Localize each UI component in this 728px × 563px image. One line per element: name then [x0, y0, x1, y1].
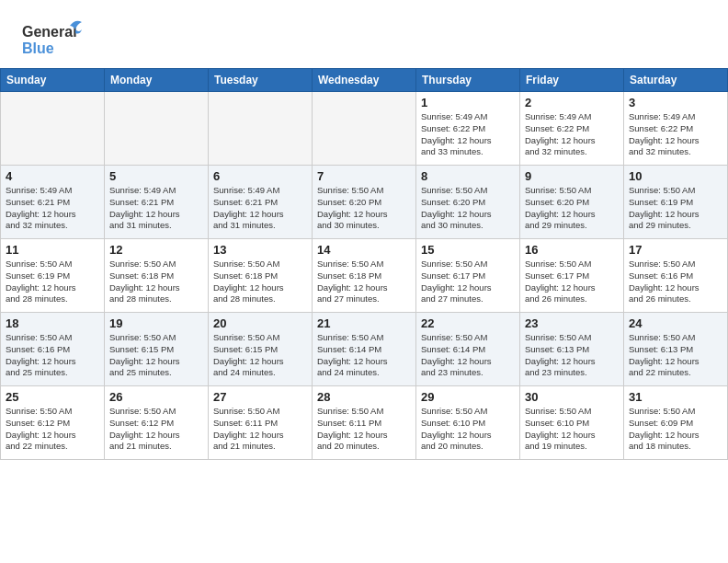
- day-number: 27: [213, 390, 307, 404]
- calendar-cell: 11Sunrise: 5:50 AM Sunset: 6:19 PM Dayli…: [1, 239, 105, 313]
- day-number: 25: [6, 390, 99, 404]
- calendar-cell: 31Sunrise: 5:50 AM Sunset: 6:09 PM Dayli…: [624, 386, 728, 460]
- day-info: Sunrise: 5:50 AM Sunset: 6:10 PM Dayligh…: [421, 406, 515, 453]
- calendar-cell: 26Sunrise: 5:50 AM Sunset: 6:12 PM Dayli…: [105, 386, 209, 460]
- day-number: 6: [213, 169, 307, 183]
- calendar-cell: 20Sunrise: 5:50 AM Sunset: 6:15 PM Dayli…: [209, 313, 313, 386]
- day-number: 17: [629, 243, 722, 257]
- calendar-cell: 24Sunrise: 5:50 AM Sunset: 6:13 PM Dayli…: [624, 313, 728, 386]
- day-info: Sunrise: 5:50 AM Sunset: 6:16 PM Dayligh…: [6, 332, 99, 379]
- day-number: 5: [109, 169, 203, 183]
- calendar-cell: 27Sunrise: 5:50 AM Sunset: 6:11 PM Dayli…: [209, 386, 313, 460]
- calendar-cell: 7Sunrise: 5:50 AM Sunset: 6:20 PM Daylig…: [313, 166, 416, 239]
- day-info: Sunrise: 5:50 AM Sunset: 6:09 PM Dayligh…: [629, 406, 722, 453]
- day-number: 30: [525, 390, 619, 404]
- day-number: 11: [6, 243, 99, 257]
- day-info: Sunrise: 5:50 AM Sunset: 6:19 PM Dayligh…: [629, 185, 722, 232]
- day-number: 9: [525, 169, 619, 183]
- calendar-cell: 18Sunrise: 5:50 AM Sunset: 6:16 PM Dayli…: [1, 313, 105, 386]
- day-info: Sunrise: 5:50 AM Sunset: 6:20 PM Dayligh…: [525, 185, 619, 232]
- day-number: 26: [109, 390, 203, 404]
- day-info: Sunrise: 5:50 AM Sunset: 6:13 PM Dayligh…: [629, 332, 722, 379]
- calendar-header-saturday: Saturday: [624, 69, 728, 92]
- calendar-cell: 2Sunrise: 5:49 AM Sunset: 6:22 PM Daylig…: [520, 92, 624, 166]
- calendar-week-row: 4Sunrise: 5:49 AM Sunset: 6:21 PM Daylig…: [1, 166, 728, 239]
- day-info: Sunrise: 5:49 AM Sunset: 6:21 PM Dayligh…: [109, 185, 203, 232]
- day-number: 3: [629, 96, 722, 109]
- calendar-week-row: 11Sunrise: 5:50 AM Sunset: 6:19 PM Dayli…: [1, 239, 728, 313]
- day-info: Sunrise: 5:49 AM Sunset: 6:21 PM Dayligh…: [213, 185, 307, 232]
- day-info: Sunrise: 5:50 AM Sunset: 6:17 PM Dayligh…: [525, 259, 619, 305]
- calendar-cell: 14Sunrise: 5:50 AM Sunset: 6:18 PM Dayli…: [313, 239, 416, 313]
- day-info: Sunrise: 5:50 AM Sunset: 6:13 PM Dayligh…: [525, 332, 619, 379]
- calendar-cell: 17Sunrise: 5:50 AM Sunset: 6:16 PM Dayli…: [624, 239, 728, 313]
- day-number: 12: [109, 243, 203, 257]
- day-info: Sunrise: 5:49 AM Sunset: 6:21 PM Dayligh…: [6, 185, 99, 232]
- day-number: 14: [317, 243, 411, 257]
- calendar-cell: [209, 92, 313, 166]
- day-number: 20: [213, 316, 307, 330]
- day-number: 4: [6, 169, 99, 183]
- calendar-cell: 6Sunrise: 5:49 AM Sunset: 6:21 PM Daylig…: [209, 166, 313, 239]
- day-info: Sunrise: 5:50 AM Sunset: 6:11 PM Dayligh…: [317, 406, 411, 453]
- day-number: 18: [6, 316, 99, 330]
- day-number: 2: [525, 96, 619, 109]
- calendar-cell: 28Sunrise: 5:50 AM Sunset: 6:11 PM Dayli…: [313, 386, 416, 460]
- day-info: Sunrise: 5:49 AM Sunset: 6:22 PM Dayligh…: [421, 111, 515, 158]
- day-number: 16: [525, 243, 619, 257]
- svg-text:Blue: Blue: [22, 40, 54, 56]
- calendar-cell: 22Sunrise: 5:50 AM Sunset: 6:14 PM Dayli…: [416, 313, 520, 386]
- day-info: Sunrise: 5:50 AM Sunset: 6:18 PM Dayligh…: [213, 259, 307, 305]
- day-number: 13: [213, 243, 307, 257]
- day-info: Sunrise: 5:50 AM Sunset: 6:15 PM Dayligh…: [213, 332, 307, 379]
- day-number: 24: [629, 316, 722, 330]
- calendar-cell: 9Sunrise: 5:50 AM Sunset: 6:20 PM Daylig…: [520, 166, 624, 239]
- calendar-table: SundayMondayTuesdayWednesdayThursdayFrid…: [0, 68, 728, 460]
- calendar-header-monday: Monday: [105, 69, 209, 92]
- day-number: 7: [317, 169, 411, 183]
- calendar-header-row: SundayMondayTuesdayWednesdayThursdayFrid…: [1, 69, 728, 92]
- day-number: 31: [629, 390, 722, 404]
- day-number: 23: [525, 316, 619, 330]
- calendar-week-row: 1Sunrise: 5:49 AM Sunset: 6:22 PM Daylig…: [1, 92, 728, 166]
- day-info: Sunrise: 5:50 AM Sunset: 6:20 PM Dayligh…: [421, 185, 515, 232]
- calendar-cell: [105, 92, 209, 166]
- day-number: 1: [421, 96, 515, 109]
- day-number: 28: [317, 390, 411, 404]
- logo-svg: General Blue: [22, 17, 86, 61]
- day-info: Sunrise: 5:50 AM Sunset: 6:14 PM Dayligh…: [317, 332, 411, 379]
- day-info: Sunrise: 5:49 AM Sunset: 6:22 PM Dayligh…: [525, 111, 619, 158]
- calendar-week-row: 18Sunrise: 5:50 AM Sunset: 6:16 PM Dayli…: [1, 313, 728, 386]
- calendar-cell: 5Sunrise: 5:49 AM Sunset: 6:21 PM Daylig…: [105, 166, 209, 239]
- calendar-cell: [313, 92, 416, 166]
- calendar-header-thursday: Thursday: [416, 69, 520, 92]
- day-info: Sunrise: 5:50 AM Sunset: 6:12 PM Dayligh…: [109, 406, 203, 453]
- day-number: 15: [421, 243, 515, 257]
- calendar-cell: 4Sunrise: 5:49 AM Sunset: 6:21 PM Daylig…: [1, 166, 105, 239]
- logo: General Blue: [22, 17, 86, 61]
- day-info: Sunrise: 5:50 AM Sunset: 6:17 PM Dayligh…: [421, 259, 515, 305]
- day-info: Sunrise: 5:50 AM Sunset: 6:15 PM Dayligh…: [109, 332, 203, 379]
- calendar-header-sunday: Sunday: [1, 69, 105, 92]
- day-number: 10: [629, 169, 722, 183]
- calendar-header-wednesday: Wednesday: [313, 69, 416, 92]
- calendar-cell: 16Sunrise: 5:50 AM Sunset: 6:17 PM Dayli…: [520, 239, 624, 313]
- day-number: 21: [317, 316, 411, 330]
- day-info: Sunrise: 5:50 AM Sunset: 6:18 PM Dayligh…: [317, 259, 411, 305]
- calendar-cell: 29Sunrise: 5:50 AM Sunset: 6:10 PM Dayli…: [416, 386, 520, 460]
- calendar-cell: 13Sunrise: 5:50 AM Sunset: 6:18 PM Dayli…: [209, 239, 313, 313]
- day-info: Sunrise: 5:50 AM Sunset: 6:20 PM Dayligh…: [317, 185, 411, 232]
- svg-text:General: General: [22, 24, 77, 40]
- page-header: General Blue: [0, 0, 728, 68]
- day-number: 8: [421, 169, 515, 183]
- calendar-cell: 30Sunrise: 5:50 AM Sunset: 6:10 PM Dayli…: [520, 386, 624, 460]
- day-number: 19: [109, 316, 203, 330]
- calendar-header-friday: Friday: [520, 69, 624, 92]
- calendar-cell: 3Sunrise: 5:49 AM Sunset: 6:22 PM Daylig…: [624, 92, 728, 166]
- day-info: Sunrise: 5:50 AM Sunset: 6:18 PM Dayligh…: [109, 259, 203, 305]
- day-number: 22: [421, 316, 515, 330]
- calendar-cell: 1Sunrise: 5:49 AM Sunset: 6:22 PM Daylig…: [416, 92, 520, 166]
- calendar-cell: [1, 92, 105, 166]
- calendar-cell: 12Sunrise: 5:50 AM Sunset: 6:18 PM Dayli…: [105, 239, 209, 313]
- day-info: Sunrise: 5:50 AM Sunset: 6:11 PM Dayligh…: [213, 406, 307, 453]
